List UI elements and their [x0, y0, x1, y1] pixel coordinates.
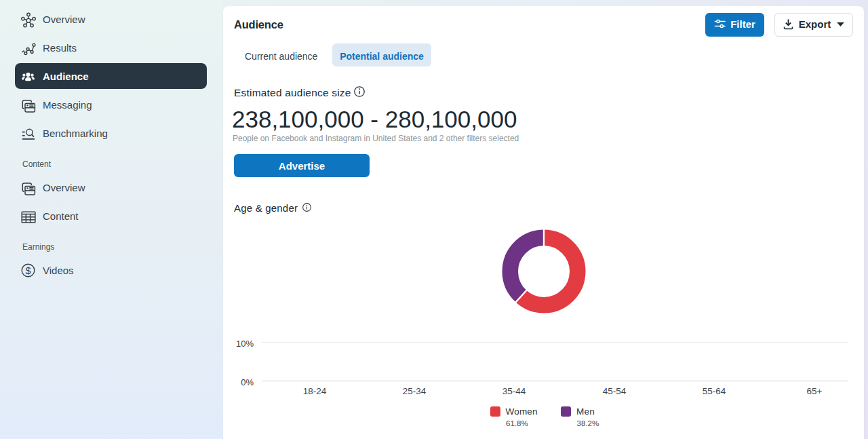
svg-text:$: $ [25, 265, 31, 275]
